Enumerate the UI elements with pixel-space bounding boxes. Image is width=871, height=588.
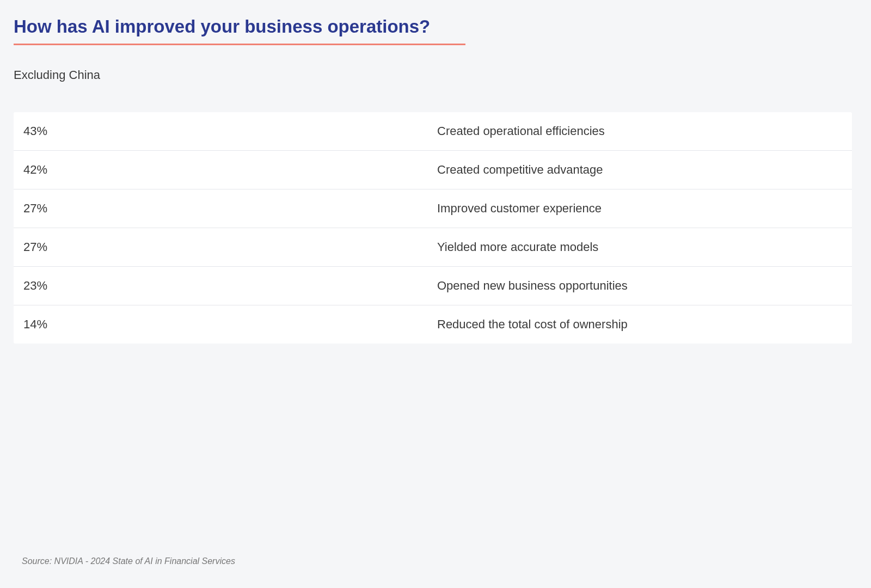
percentage-value: 27% xyxy=(23,201,437,216)
percentage-value: 23% xyxy=(23,279,437,293)
table-row: 43% Created operational efficiencies xyxy=(14,112,852,151)
data-table: 43% Created operational efficiencies 42%… xyxy=(14,112,852,344)
percentage-value: 27% xyxy=(23,240,437,254)
table-row: 23% Opened new business opportunities xyxy=(14,267,852,305)
row-label: Created operational efficiencies xyxy=(437,124,842,138)
row-label: Reduced the total cost of ownership xyxy=(437,317,842,332)
row-label: Opened new business opportunities xyxy=(437,279,842,293)
table-row: 42% Created competitive advantage xyxy=(14,151,852,189)
percentage-value: 42% xyxy=(23,163,437,177)
chart-subtitle: Excluding China xyxy=(14,68,857,82)
row-label: Created competitive advantage xyxy=(437,163,842,177)
chart-title: How has AI improved your business operat… xyxy=(14,16,465,45)
row-label: Yielded more accurate models xyxy=(437,240,842,254)
row-label: Improved customer experience xyxy=(437,201,842,216)
table-row: 27% Yielded more accurate models xyxy=(14,228,852,267)
table-row: 14% Reduced the total cost of ownership xyxy=(14,305,852,344)
percentage-value: 14% xyxy=(23,317,437,332)
percentage-value: 43% xyxy=(23,124,437,138)
table-row: 27% Improved customer experience xyxy=(14,189,852,228)
source-attribution: Source: NVIDIA - 2024 State of AI in Fin… xyxy=(22,556,235,566)
